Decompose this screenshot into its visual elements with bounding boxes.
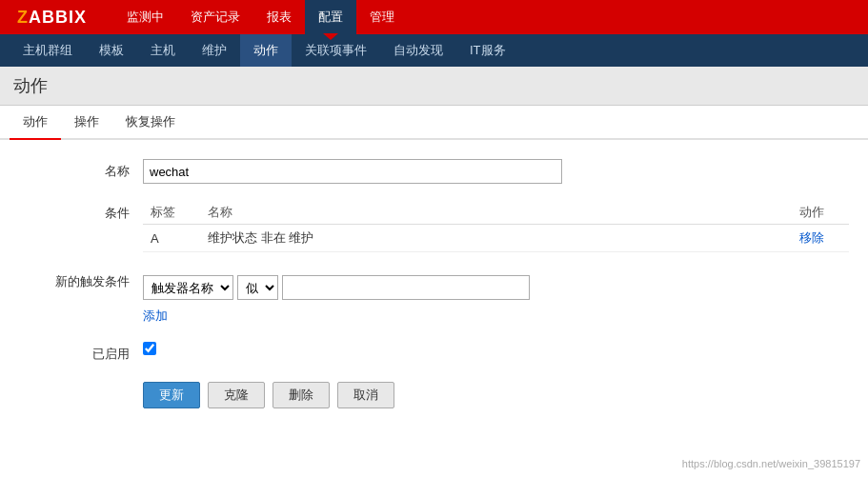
nav-manage[interactable]: 管理 [356, 0, 408, 34]
add-condition-link[interactable]: 添加 [143, 308, 849, 325]
remove-link[interactable]: 移除 [799, 230, 824, 245]
tab-recovery[interactable]: 恢复操作 [112, 106, 189, 140]
tab-operation[interactable]: 操作 [61, 106, 112, 140]
sub-nav: 主机群组 模板 主机 维护 动作 关联项事件 自动发现 IT服务 [0, 34, 868, 67]
subnav-itservices[interactable]: IT服务 [456, 34, 519, 67]
nav-assets[interactable]: 资产记录 [177, 0, 253, 34]
col-header-tag: 标签 [143, 201, 200, 225]
page-title: 动作 [13, 74, 855, 97]
subnav-actions[interactable]: 动作 [240, 34, 292, 67]
page-title-bar: 动作 [0, 67, 868, 106]
col-header-name: 名称 [200, 201, 792, 225]
subnav-discovery[interactable]: 自动发现 [380, 34, 456, 67]
logo-rest: ABBIX [29, 8, 87, 27]
logo-z: Z [17, 8, 29, 27]
enabled-label: 已启用 [19, 342, 143, 363]
clone-button[interactable]: 克隆 [208, 382, 265, 408]
nav-monitor[interactable]: 监测中 [113, 0, 177, 34]
subnav-hostgroups[interactable]: 主机群组 [10, 34, 86, 67]
trigger-row: 触发器名称 似 [143, 275, 849, 300]
content: 动作 操作 恢复操作 名称 条件 标签 名称 动作 [0, 106, 868, 477]
conditions-label: 条件 [19, 201, 143, 222]
tabs: 动作 操作 恢复操作 [0, 106, 868, 140]
subnav-maintenance[interactable]: 维护 [189, 34, 240, 67]
enabled-checkbox[interactable] [143, 342, 156, 355]
name-input[interactable] [143, 159, 562, 184]
watermark: https://blog.csdn.net/weixin_39815197 [682, 458, 860, 469]
conditions-table: 标签 名称 动作 A 维护状态 非在 维护 移除 [143, 201, 849, 252]
nav-config[interactable]: 配置 [305, 0, 356, 34]
row-name: 维护状态 非在 维护 [200, 225, 792, 252]
nav-reports[interactable]: 报表 [253, 0, 305, 34]
name-row: 名称 [19, 159, 849, 184]
trigger-value-input[interactable] [282, 275, 530, 300]
top-nav: ZABBIX 监测中 资产记录 报表 配置 管理 [0, 0, 868, 34]
trigger-type-select[interactable]: 触发器名称 [143, 275, 233, 300]
row-tag: A [143, 225, 200, 252]
enabled-row: 已启用 [19, 342, 849, 363]
update-button[interactable]: 更新 [143, 382, 200, 408]
logo[interactable]: ZABBIX [10, 4, 94, 31]
name-control [143, 159, 849, 184]
new-trigger-control: 触发器名称 似 添加 [143, 269, 849, 325]
conditions-row: 条件 标签 名称 动作 A 维护状态 非在 维护 [19, 201, 849, 252]
table-row: A 维护状态 非在 维护 移除 [143, 225, 849, 252]
form-area: 名称 条件 标签 名称 动作 [0, 140, 868, 477]
cancel-button[interactable]: 取消 [337, 382, 394, 408]
conditions-control: 标签 名称 动作 A 维护状态 非在 维护 移除 [143, 201, 849, 252]
row-action: 移除 [792, 225, 849, 252]
enabled-control [143, 342, 849, 355]
new-trigger-label: 新的触发条件 [19, 269, 143, 290]
new-trigger-row: 新的触发条件 触发器名称 似 添加 [19, 269, 849, 325]
action-buttons: 更新 克隆 删除 取消 [19, 382, 849, 408]
name-label: 名称 [19, 159, 143, 180]
tab-action[interactable]: 动作 [10, 106, 61, 140]
trigger-op-select[interactable]: 似 [237, 275, 278, 300]
delete-button[interactable]: 删除 [273, 382, 330, 408]
subnav-templates[interactable]: 模板 [86, 34, 137, 67]
subnav-hosts[interactable]: 主机 [137, 34, 189, 67]
col-header-action: 动作 [792, 201, 849, 225]
